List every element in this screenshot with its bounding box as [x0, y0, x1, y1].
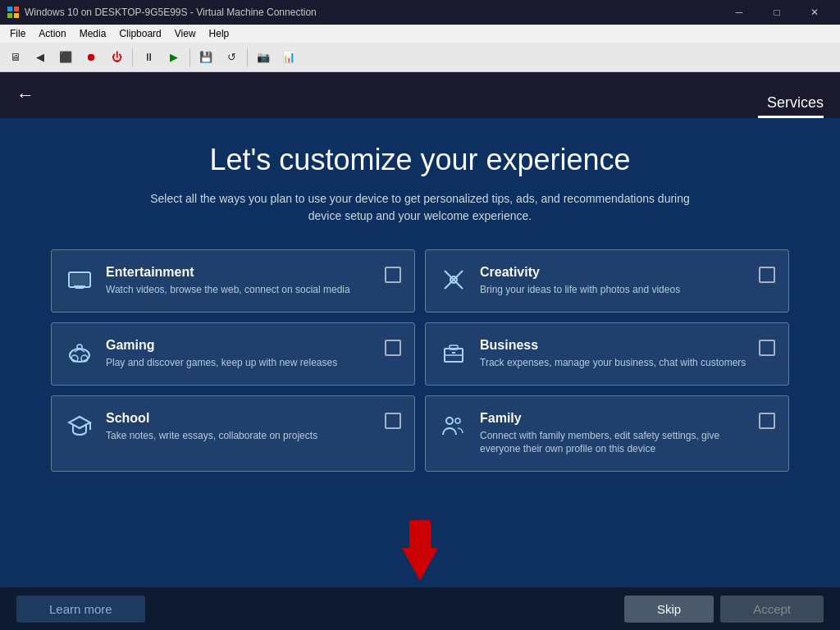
family-title: Family	[480, 411, 747, 426]
vm-area: ← Services Let's customize your experien…	[0, 72, 840, 630]
menubar: FileActionMediaClipboardViewHelp	[0, 25, 840, 43]
services-label: Services	[767, 94, 824, 112]
toolbar-separator-3	[247, 48, 248, 66]
menu-item-clipboard[interactable]: Clipboard	[112, 26, 167, 41]
toolbar-back-icon[interactable]: ◀	[29, 46, 52, 69]
entertainment-checkbox[interactable]	[385, 267, 401, 283]
menu-item-action[interactable]: Action	[32, 26, 72, 41]
school-title: School	[106, 411, 373, 426]
family-icon	[439, 411, 468, 441]
school-checkbox[interactable]	[385, 413, 401, 429]
toolbar-monitor-icon[interactable]: 🖥	[3, 46, 26, 69]
svg-rect-3	[14, 13, 19, 18]
card-family[interactable]: Family Connect with family members, edit…	[425, 395, 789, 472]
toolbar-snapshot-icon[interactable]: 📷	[252, 46, 275, 69]
card-business[interactable]: Business Track expenses, manage your bus…	[425, 322, 789, 386]
menu-item-media[interactable]: Media	[73, 26, 113, 41]
svg-rect-0	[7, 7, 12, 11]
entertainment-icon	[65, 265, 94, 294]
card-text-entertainment: Entertainment Watch videos, browse the w…	[106, 265, 373, 297]
arrow-annotation	[402, 520, 438, 581]
card-text-school: School Take notes, write essays, collabo…	[106, 411, 373, 443]
school-icon	[65, 411, 94, 441]
maximize-button[interactable]: □	[758, 0, 796, 25]
business-title: Business	[480, 338, 747, 353]
creativity-checkbox[interactable]	[759, 267, 775, 283]
menu-item-help[interactable]: Help	[203, 26, 236, 41]
svg-rect-18	[450, 345, 458, 349]
svg-rect-6	[75, 287, 84, 289]
gaming-icon	[65, 338, 94, 368]
svg-point-23	[455, 418, 460, 423]
creativity-title: Creativity	[480, 265, 747, 280]
school-desc: Take notes, write essays, collaborate on…	[106, 429, 373, 443]
toolbar-save-icon[interactable]: 💾	[194, 46, 217, 69]
toolbar: 🖥 ◀ ⬛ ⏺ ⏻ ⏸ ▶ 💾 ↺ 📷 📊	[0, 43, 840, 72]
windows-icon	[7, 6, 20, 19]
card-school[interactable]: School Take notes, write essays, collabo…	[51, 395, 415, 472]
business-desc: Track expenses, manage your business, ch…	[480, 356, 747, 370]
toolbar-stop-icon[interactable]: ⬛	[54, 46, 77, 69]
bottom-bar: Learn more Skip Accept	[0, 587, 840, 630]
toolbar-record-icon[interactable]: ⏺	[80, 46, 103, 69]
gaming-desc: Play and discover games, keep up with ne…	[106, 356, 373, 370]
card-gaming[interactable]: Gaming Play and discover games, keep up …	[51, 322, 415, 386]
skip-button[interactable]: Skip	[624, 596, 714, 623]
card-text-business: Business Track expenses, manage your bus…	[480, 338, 747, 370]
menu-item-view[interactable]: View	[168, 26, 203, 41]
toolbar-play-icon[interactable]: ▶	[162, 46, 185, 69]
toolbar-power-icon[interactable]: ⏻	[105, 46, 128, 69]
toolbar-pause-icon[interactable]: ⏸	[137, 46, 160, 69]
creativity-icon	[439, 265, 468, 294]
business-icon	[439, 338, 468, 368]
learn-more-button[interactable]: Learn more	[16, 596, 145, 623]
menu-item-file[interactable]: File	[3, 26, 32, 41]
creativity-desc: Bring your ideas to life with photos and…	[480, 283, 747, 297]
family-desc: Connect with family members, edit safety…	[480, 429, 747, 457]
close-button[interactable]: ✕	[796, 0, 833, 25]
services-underline	[758, 116, 824, 118]
toolbar-chart-icon[interactable]: 📊	[277, 46, 300, 69]
toolbar-separator-1	[132, 48, 133, 66]
page-subtitle: Select all the ways you plan to use your…	[133, 190, 707, 225]
svg-point-22	[446, 418, 453, 424]
entertainment-title: Entertainment	[106, 265, 373, 280]
toolbar-separator-2	[189, 48, 190, 66]
card-text-gaming: Gaming Play and discover games, keep up …	[106, 338, 373, 370]
gaming-title: Gaming	[106, 338, 373, 353]
main-content: Let's customize your experience Select a…	[0, 118, 840, 488]
vm-topbar: ← Services	[0, 72, 840, 118]
window-title: Windows 10 on DESKTOP-9G5E99S - Virtual …	[25, 7, 720, 18]
minimize-button[interactable]: ─	[720, 0, 758, 25]
gaming-checkbox[interactable]	[385, 340, 401, 356]
page-title: Let's customize your experience	[49, 143, 791, 177]
svg-rect-2	[7, 13, 12, 18]
back-button[interactable]: ←	[16, 86, 34, 104]
card-creativity[interactable]: Creativity Bring your ideas to life with…	[425, 249, 789, 313]
svg-rect-7	[71, 274, 89, 285]
svg-rect-1	[14, 7, 19, 11]
family-checkbox[interactable]	[759, 413, 775, 429]
window-controls: ─ □ ✕	[720, 0, 833, 25]
card-entertainment[interactable]: Entertainment Watch videos, browse the w…	[51, 249, 415, 313]
business-checkbox[interactable]	[759, 340, 775, 356]
entertainment-desc: Watch videos, browse the web, connect on…	[106, 283, 373, 297]
card-text-family: Family Connect with family members, edit…	[480, 411, 747, 457]
toolbar-revert-icon[interactable]: ↺	[220, 46, 243, 69]
svg-rect-5	[74, 285, 85, 287]
card-text-creativity: Creativity Bring your ideas to life with…	[480, 265, 747, 297]
accept-button[interactable]: Accept	[720, 596, 824, 623]
titlebar: Windows 10 on DESKTOP-9G5E99S - Virtual …	[0, 0, 840, 25]
cards-grid: Entertainment Watch videos, browse the w…	[51, 249, 789, 472]
